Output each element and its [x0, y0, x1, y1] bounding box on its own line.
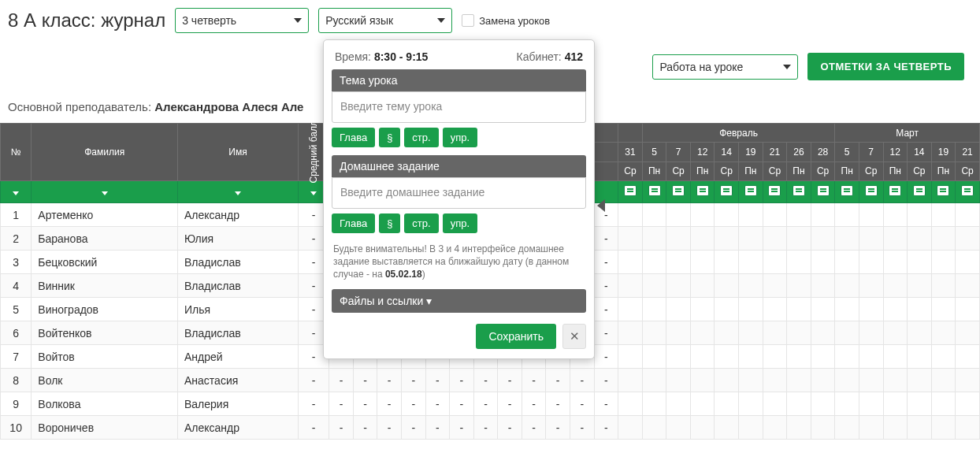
cell-mark[interactable] — [859, 274, 883, 298]
filter-cell[interactable] — [642, 181, 666, 203]
col-day[interactable]: 12 — [883, 143, 908, 161]
cell-mark[interactable] — [811, 298, 835, 321]
cell-mark[interactable]: - — [522, 369, 546, 392]
cell-mark[interactable] — [787, 298, 811, 321]
cell-mark[interactable] — [763, 298, 787, 321]
cell-mark[interactable] — [908, 345, 932, 369]
save-button[interactable]: Сохранить — [476, 324, 556, 349]
cell-mark[interactable] — [859, 369, 883, 392]
cell-mark[interactable] — [763, 321, 787, 345]
cell-mark[interactable] — [931, 392, 956, 416]
cell-mark[interactable]: - — [594, 321, 618, 345]
note-icon[interactable] — [937, 185, 949, 196]
cell-firstname[interactable]: Александр — [177, 203, 298, 227]
cell-firstname[interactable]: Илья — [177, 298, 298, 321]
cell-mark[interactable]: - — [570, 416, 594, 440]
cell-mark[interactable] — [787, 369, 811, 392]
cell-mark[interactable] — [859, 298, 883, 321]
cell-mark[interactable] — [690, 274, 715, 298]
col-day[interactable]: 7 — [859, 143, 883, 161]
note-icon[interactable] — [648, 185, 661, 196]
cell-mark[interactable]: - — [377, 369, 402, 392]
filter-cell[interactable] — [690, 181, 715, 203]
cell-mark[interactable] — [666, 416, 691, 440]
col-day[interactable]: 26 — [787, 143, 811, 161]
cell-mark[interactable] — [618, 369, 643, 392]
cell-mark[interactable] — [859, 392, 883, 416]
cell-mark[interactable] — [908, 416, 932, 440]
cell-mark[interactable] — [811, 321, 835, 345]
cell-mark[interactable] — [690, 251, 715, 274]
cell-mark[interactable] — [835, 392, 859, 416]
cell-mark[interactable]: - — [353, 392, 377, 416]
cell-mark[interactable] — [787, 345, 811, 369]
cell-mark[interactable] — [618, 251, 643, 274]
note-icon[interactable] — [913, 185, 926, 196]
cell-mark[interactable] — [763, 392, 787, 416]
cell-mark[interactable] — [715, 416, 739, 440]
cell-mark[interactable] — [859, 416, 883, 440]
chip-[interactable]: § — [379, 128, 400, 147]
cell-mark[interactable] — [618, 227, 643, 251]
note-icon[interactable] — [720, 185, 733, 196]
cell-mark[interactable] — [908, 392, 932, 416]
cell-mark[interactable]: - — [546, 416, 570, 440]
cell-mark[interactable] — [715, 274, 739, 298]
homework-input[interactable]: Введите домашнее задание — [332, 177, 586, 209]
cell-mark[interactable] — [690, 369, 715, 392]
cell-mark[interactable] — [715, 227, 739, 251]
cell-mark[interactable] — [883, 298, 908, 321]
col-day[interactable]: 21 — [956, 143, 980, 161]
cell-mark[interactable] — [931, 416, 956, 440]
term-marks-button[interactable]: ОТМЕТКИ ЗА ЧЕТВЕРТЬ — [807, 53, 964, 80]
cell-mark[interactable] — [835, 416, 859, 440]
cell-mark[interactable] — [883, 369, 908, 392]
note-icon[interactable] — [793, 185, 805, 196]
cell-mark[interactable] — [859, 345, 883, 369]
note-icon[interactable] — [817, 185, 830, 196]
cell-firstname[interactable]: Валерия — [177, 392, 298, 416]
cell-mark[interactable] — [642, 274, 666, 298]
cell-mark[interactable] — [787, 251, 811, 274]
cell-mark[interactable] — [931, 274, 956, 298]
subject-select[interactable]: Русский язык — [318, 8, 452, 33]
cell-mark[interactable] — [715, 345, 739, 369]
cell-mark[interactable] — [690, 321, 715, 345]
cell-firstname[interactable]: Анастасия — [177, 369, 298, 392]
topic-input[interactable]: Введите тему урока — [332, 91, 586, 123]
cell-mark[interactable] — [956, 274, 980, 298]
cell-lastname[interactable]: Войтов — [32, 345, 178, 369]
note-icon[interactable] — [889, 185, 901, 196]
filter-cell[interactable] — [1, 181, 32, 203]
cell-mark[interactable] — [739, 321, 763, 345]
cell-mark[interactable] — [642, 203, 666, 227]
cell-mark[interactable]: - — [473, 369, 498, 392]
cell-mark[interactable] — [908, 321, 932, 345]
cell-mark[interactable] — [787, 392, 811, 416]
cell-mark[interactable] — [859, 321, 883, 345]
cell-mark[interactable]: - — [594, 251, 618, 274]
cell-mark[interactable] — [811, 203, 835, 227]
note-icon[interactable] — [624, 185, 637, 196]
cell-mark[interactable] — [618, 345, 643, 369]
cell-mark[interactable] — [666, 345, 691, 369]
cell-mark[interactable] — [931, 251, 956, 274]
cell-mark[interactable] — [715, 298, 739, 321]
cell-mark[interactable]: - — [522, 416, 546, 440]
chevron-down-icon[interactable] — [235, 186, 241, 198]
cell-firstname[interactable]: Владислав — [177, 321, 298, 345]
cell-mark[interactable]: - — [594, 298, 618, 321]
filter-cell[interactable] — [739, 181, 763, 203]
filter-cell[interactable] — [956, 181, 980, 203]
cell-mark[interactable] — [666, 227, 691, 251]
cell-mark[interactable] — [883, 203, 908, 227]
cell-mark[interactable] — [666, 321, 691, 345]
cell-mark[interactable] — [835, 251, 859, 274]
cell-firstname[interactable]: Андрей — [177, 345, 298, 369]
cell-lastname[interactable]: Артеменко — [32, 203, 178, 227]
cell-mark[interactable]: - — [594, 227, 618, 251]
cell-mark[interactable] — [883, 321, 908, 345]
cell-mark[interactable] — [739, 369, 763, 392]
cell-mark[interactable] — [739, 274, 763, 298]
col-day[interactable]: 14 — [908, 143, 932, 161]
